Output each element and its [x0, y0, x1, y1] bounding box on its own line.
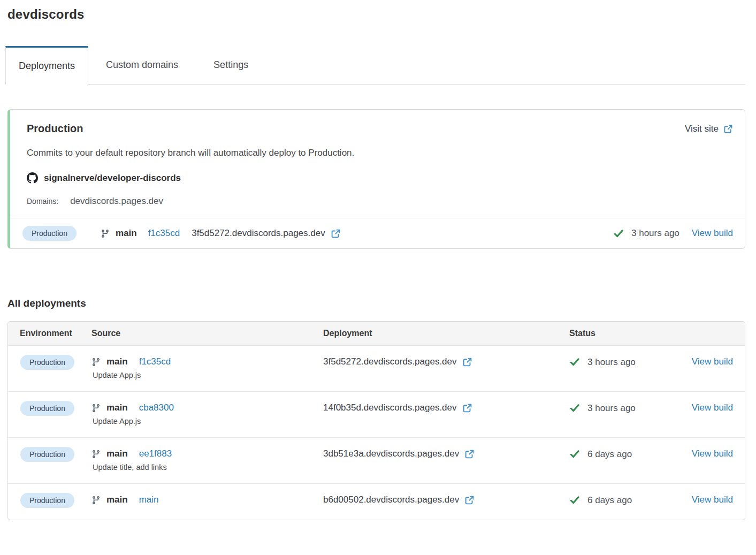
commit-message: Update App.js	[91, 417, 323, 425]
status-time: 6 days ago	[587, 495, 632, 506]
commit-link[interactable]: ee1f883	[139, 448, 172, 459]
production-deployment-row: Production main f1c35cd 3f5d5272.devdisc…	[10, 218, 745, 248]
table-header: Environment Source Deployment Status	[8, 322, 745, 346]
deployments-table: Environment Source Deployment Status Pro…	[7, 321, 745, 520]
status-time: 6 days ago	[587, 449, 632, 460]
commit-link[interactable]: f1c35cd	[139, 356, 171, 367]
git-branch-icon	[91, 358, 101, 367]
branch-name: main	[106, 495, 128, 505]
git-branch-icon	[91, 450, 101, 459]
domains-label: Domains:	[27, 197, 58, 206]
commit-message: Update title, add links	[91, 463, 323, 472]
deployment-url: 3f5d5272.devdiscords.pages.dev	[323, 356, 457, 367]
external-link-icon	[462, 403, 472, 413]
check-icon	[569, 495, 581, 506]
all-deployments-title: All deployments	[7, 298, 745, 309]
column-source: Source	[91, 329, 323, 338]
environment-badge: Production	[20, 401, 74, 416]
status-time: 3 hours ago	[631, 228, 679, 239]
branch-name: main	[106, 402, 128, 413]
commit-message: Update App.js	[91, 371, 323, 379]
view-build-link[interactable]: View build	[692, 448, 733, 459]
branch-name: main	[106, 356, 128, 367]
status-time: 3 hours ago	[587, 403, 636, 414]
git-branch-icon	[91, 496, 101, 505]
commit-link[interactable]: f1c35cd	[148, 228, 180, 239]
deployment-url-link[interactable]: 3f5d5272.devdiscords.pages.dev	[323, 356, 569, 367]
production-card-title: Production	[27, 123, 83, 135]
external-link-icon	[723, 124, 733, 134]
tab-bar: Deployments Custom domains Settings	[7, 46, 745, 85]
deployment-url-link[interactable]: 3db51e3a.devdiscords.pages.dev	[323, 448, 569, 459]
page-title: devdiscords	[7, 7, 745, 22]
environment-badge: Production	[20, 355, 74, 370]
external-link-icon	[462, 357, 472, 367]
deployment-url: 14f0b35d.devdiscords.pages.dev	[323, 402, 457, 413]
deployment-url: 3f5d5272.devdiscords.pages.dev	[192, 228, 325, 239]
check-icon	[569, 448, 581, 460]
view-build-link[interactable]: View build	[692, 495, 733, 505]
tab-settings[interactable]: Settings	[196, 46, 266, 84]
external-link-icon	[464, 495, 475, 505]
environment-badge: Production	[20, 493, 74, 508]
deployment-url: b6d00502.devdiscords.pages.dev	[323, 495, 459, 505]
check-icon	[569, 356, 581, 368]
table-row: Production main cba8300 Update App.js 14…	[8, 392, 745, 438]
domains-value: devdiscords.pages.dev	[70, 196, 163, 207]
status-time: 3 hours ago	[587, 357, 636, 368]
branch-name: main	[106, 448, 128, 459]
view-build-link[interactable]: View build	[692, 402, 733, 413]
repository-name: signalnerve/developer-discords	[44, 173, 181, 184]
table-row: Production main f1c35cd Update App.js 3f…	[8, 346, 745, 392]
visit-site-link[interactable]: Visit site	[685, 124, 733, 134]
github-icon	[27, 172, 38, 184]
external-link-icon	[464, 449, 475, 459]
git-branch-icon	[101, 229, 110, 238]
branch-name: main	[116, 228, 137, 239]
deployment-url-link[interactable]: 14f0b35d.devdiscords.pages.dev	[323, 402, 569, 413]
column-environment: Environment	[8, 329, 91, 338]
view-build-link[interactable]: View build	[692, 228, 733, 239]
check-icon	[613, 228, 624, 239]
deployment-url-link[interactable]: 3f5d5272.devdiscords.pages.dev	[192, 228, 341, 239]
tab-custom-domains[interactable]: Custom domains	[88, 46, 196, 84]
environment-badge: Production	[22, 226, 77, 241]
check-icon	[569, 402, 581, 414]
commit-link[interactable]: cba8300	[139, 402, 174, 413]
column-status: Status	[569, 329, 686, 338]
commit-link[interactable]: main	[139, 495, 159, 505]
production-description: Commits to your default repository branc…	[27, 148, 733, 158]
production-card: Production Visit site Commits to your de…	[7, 109, 745, 249]
environment-badge: Production	[20, 447, 74, 462]
git-branch-icon	[91, 404, 101, 413]
table-row: Production main main b6d00502.devdiscord…	[8, 484, 745, 520]
visit-site-label: Visit site	[685, 124, 719, 134]
deployment-url: 3db51e3a.devdiscords.pages.dev	[323, 448, 459, 459]
external-link-icon	[331, 229, 341, 239]
column-deployment: Deployment	[323, 329, 569, 338]
deployment-url-link[interactable]: b6d00502.devdiscords.pages.dev	[323, 495, 569, 505]
view-build-link[interactable]: View build	[692, 356, 733, 367]
table-row: Production main ee1f883 Update title, ad…	[8, 438, 745, 484]
tab-deployments[interactable]: Deployments	[5, 46, 88, 85]
